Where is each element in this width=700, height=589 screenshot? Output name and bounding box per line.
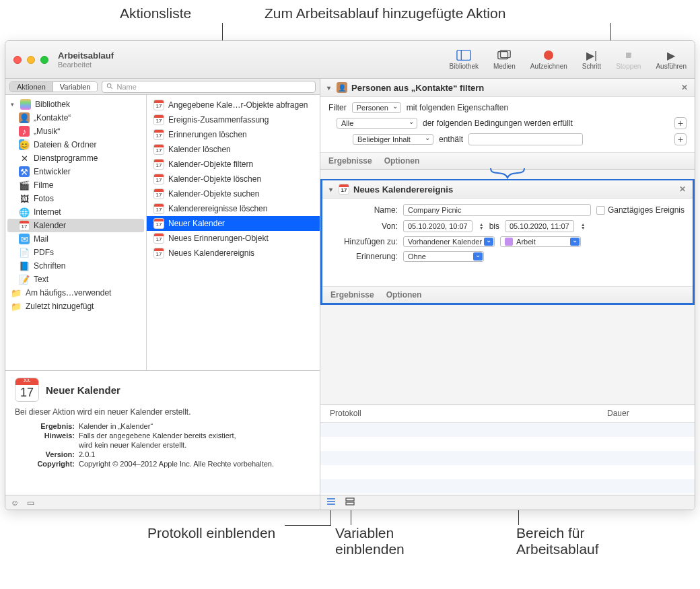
smile-icon[interactable]: ☺ (11, 498, 19, 508)
sidebar-item-internet[interactable]: 🌐Internet (5, 205, 146, 219)
zoom-button[interactable] (40, 56, 48, 64)
value-input[interactable] (468, 133, 583, 145)
action-item[interactable]: 17Ereignis-Zusammenfassung (147, 112, 320, 127)
sidebar-item-photos[interactable]: 🖼Fotos (5, 192, 146, 205)
sidebar-library-root[interactable]: ▾ Bibliothek (5, 98, 146, 111)
scope-select[interactable]: Alle (337, 118, 417, 129)
log-col-duration[interactable]: Dauer (607, 409, 695, 418)
from-label: Von: (330, 221, 398, 231)
allday-label: Ganztägiges Ereignis (608, 205, 685, 215)
add-condition-button[interactable]: + (674, 117, 687, 129)
close-icon[interactable]: ✕ (679, 184, 686, 194)
sidebar-item-calendar[interactable]: 17Kalender (7, 219, 144, 232)
action-item[interactable]: 17Kalender-Objekte suchen (147, 186, 320, 201)
info-key: Hinweis: (15, 431, 79, 440)
titlebar: Arbeitsablauf Bearbeitet Bibliothek Medi… (5, 41, 695, 79)
sidebar-item-movies[interactable]: 🎬Filme (5, 178, 146, 192)
property-select[interactable]: Beliebiger Inhalt (353, 134, 433, 145)
remind-select[interactable]: Ohne (403, 251, 484, 262)
callout-line (285, 525, 331, 526)
allday-checkbox[interactable] (596, 206, 605, 215)
action-item[interactable]: 17Neues Kalenderereignis (147, 246, 320, 261)
sidebar-item-files[interactable]: 😊Dateien & Ordner (5, 138, 146, 151)
segment-variables[interactable]: Variablen (53, 82, 98, 92)
action-label: Kalender löschen (168, 145, 231, 154)
library-footer: ☺ ▭ (5, 495, 320, 510)
workflow-footer (320, 495, 695, 510)
segment-actions[interactable]: Aktionen (10, 82, 53, 92)
toolbar-library[interactable]: Bibliothek (450, 49, 479, 70)
action-item[interactable]: 17Kalenderereignisse löschen (147, 201, 320, 216)
card-header[interactable]: ▾ 👤 Personen aus „Kontakte“ filtern ✕ (320, 79, 695, 97)
outline-icon[interactable]: ▭ (27, 498, 34, 508)
sidebar-item-fonts[interactable]: 📘Schriften (5, 259, 146, 273)
calendar-icon: 17 (153, 144, 164, 155)
show-variables-button[interactable] (345, 497, 355, 508)
svg-rect-0 (457, 50, 470, 61)
show-log-button[interactable] (326, 497, 337, 508)
category-sidebar: ▾ Bibliothek 👤„Kontakte“ ♪„Musik“ 😊Datei… (5, 95, 147, 370)
to-date-input[interactable]: 05.10.2020, 11:07 (505, 220, 574, 232)
record-icon (541, 49, 556, 61)
results-tab[interactable]: Ergebnisse (330, 290, 374, 300)
log-row (320, 479, 695, 493)
sidebar-item-label: Text (34, 275, 48, 284)
calendar-color-swatch (505, 238, 513, 246)
addto-select[interactable]: Vorhandener Kalender (403, 236, 495, 247)
action-item[interactable]: 17Kalender löschen (147, 142, 320, 157)
action-item[interactable]: 17Kalender-Objekte löschen (147, 172, 320, 186)
toolbar-stop[interactable]: ■ Stoppen (616, 49, 641, 70)
svg-line-5 (111, 87, 113, 89)
close-icon[interactable]: ✕ (681, 83, 688, 92)
disclosure-icon: ▾ (11, 101, 16, 108)
workflow-panel: ▾ 👤 Personen aus „Kontakte“ filtern ✕ Fi… (320, 79, 695, 510)
card-header[interactable]: ▾ 17 Neues Kalenderereignis ✕ (322, 180, 693, 199)
sidebar-item-contacts[interactable]: 👤„Kontakte“ (5, 111, 146, 125)
addto-label: Hinzufügen zu: (330, 237, 398, 246)
sidebar-item-label: Dienstprogramme (34, 153, 98, 163)
minimize-button[interactable] (27, 56, 35, 64)
calendar-icon: 17 (153, 100, 164, 110)
toolbar-run[interactable]: ▶ Ausführen (656, 49, 687, 70)
search-field[interactable]: Name (102, 81, 316, 93)
workflow-area[interactable]: ▾ 👤 Personen aus „Kontakte“ filtern ✕ Fi… (320, 79, 695, 404)
action-label: Neues Erinnerungen-Objekt (168, 234, 269, 243)
movies-icon: 🎬 (19, 180, 30, 190)
action-item-selected[interactable]: 17Neuer Kalender (147, 216, 320, 231)
calendar-select[interactable]: Arbeit (500, 236, 581, 247)
sidebar-item-mail[interactable]: ✉Mail (5, 232, 146, 246)
sidebar-item-music[interactable]: ♪„Musik“ (5, 125, 146, 138)
sidebar-item-utilities[interactable]: ✕Dienstprogramme (5, 151, 146, 165)
toolbar-step[interactable]: ▶| Schritt (582, 49, 601, 70)
callout-show-vars: Variablen einblenden (335, 525, 405, 557)
log-header: Protokoll Dauer (320, 405, 695, 423)
calendar-icon: 17 (153, 129, 164, 140)
sidebar-recent-used[interactable]: 📁Am häufigs…verwendet (5, 286, 146, 300)
sidebar-item-pdfs[interactable]: 📄PDFs (5, 246, 146, 259)
filter-select[interactable]: Personen (352, 102, 401, 113)
sidebar-recent-added[interactable]: 📁Zuletzt hinzugefügt (5, 300, 146, 313)
add-row-button[interactable]: + (674, 133, 687, 145)
stepper-icon[interactable]: ▲▼ (581, 223, 586, 230)
toolbar-label: Bibliothek (450, 63, 479, 70)
results-tab[interactable]: Ergebnisse (328, 156, 372, 166)
action-item[interactable]: 17Kalender-Objekte filtern (147, 157, 320, 172)
sidebar-item-developer[interactable]: ⚒Entwickler (5, 165, 146, 178)
toolbar-record[interactable]: Aufzeichnen (530, 49, 567, 70)
action-item[interactable]: 17Angegebene Kale…r-Objekte abfragen (147, 98, 320, 112)
window-subtitle: Bearbeitet (58, 61, 114, 69)
name-label: Name: (330, 205, 398, 215)
close-button[interactable] (13, 56, 22, 64)
play-icon: ▶ (664, 49, 678, 61)
action-item[interactable]: 17Neues Erinnerungen-Objekt (147, 231, 320, 246)
sidebar-item-text[interactable]: 📝Text (5, 273, 146, 286)
from-date-input[interactable]: 05.10.2020, 10:07 (403, 220, 473, 232)
log-col-protocol[interactable]: Protokoll (320, 409, 607, 418)
action-item[interactable]: 17Erinnerungen löschen (147, 127, 320, 142)
options-tab[interactable]: Optionen (384, 156, 420, 166)
stepper-icon[interactable]: ▲▼ (479, 223, 484, 230)
options-tab[interactable]: Optionen (386, 290, 422, 300)
toolbar-media[interactable]: Medien (493, 49, 516, 70)
sidebar-item-label: Fotos (34, 194, 54, 203)
name-input[interactable]: Company Picnic (403, 204, 591, 216)
